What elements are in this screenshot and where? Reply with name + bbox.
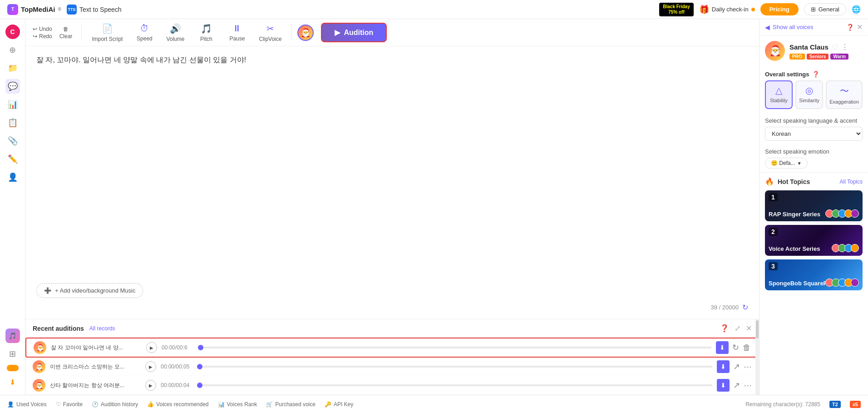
toolbar: ↩ Undo ↪ Redo 🗑 Clear 📄 Import Script ⏱ … [25, 19, 759, 46]
heart-icon[interactable]: ♡ [832, 43, 838, 52]
favorite-item[interactable]: ♡ Favorite [56, 401, 83, 408]
used-voices-item[interactable]: 👤 Used Voices [7, 401, 47, 408]
sidebar-item-paperclip[interactable]: 📎 [5, 134, 20, 148]
emotion-badge[interactable]: 🙂 Defa... ▼ [765, 158, 808, 169]
audition-row-actions: ⬇ ↗ ⋯ [717, 379, 752, 392]
more-options-icon[interactable]: ⋮ [841, 43, 848, 51]
expand-icon[interactable]: ⤢ [735, 324, 740, 333]
refresh-icon[interactable]: ↻ [742, 303, 748, 312]
share-action-icon[interactable]: ↗ [733, 362, 740, 372]
pricing-button[interactable]: Pricing [760, 3, 799, 15]
tts-app-icon[interactable]: TTS [67, 5, 77, 15]
api-key-item[interactable]: 🔑 API Key [325, 401, 353, 408]
daily-checkin[interactable]: 🎁 Daily check-in [699, 5, 755, 15]
scrollbar[interactable] [755, 319, 759, 395]
globe-icon[interactable]: 🌐 [852, 5, 861, 14]
scrollbar-thumb [756, 320, 759, 338]
progress-dot [197, 383, 202, 388]
refresh-action-icon[interactable]: ↻ [732, 343, 739, 353]
volume-tool[interactable]: 🔊 Volume [162, 21, 189, 44]
pitch-icon: 🎵 [201, 23, 212, 34]
exaggeration-card[interactable]: 〜 Exaggeration [826, 80, 863, 109]
similarity-card[interactable]: ◎ Similarity [795, 80, 823, 109]
progress-dot [198, 345, 203, 350]
all-records-button[interactable]: All records [89, 325, 115, 332]
sidebar-item-home[interactable]: ⊕ [5, 43, 20, 57]
clipvoice-icon: ✂ [266, 23, 274, 34]
topmediai-logo[interactable]: T [7, 4, 18, 15]
audition-progress-bar[interactable] [198, 347, 711, 348]
close-auditions-icon[interactable]: ✕ [746, 324, 752, 333]
import-script-tool[interactable]: 📄 Import Script [87, 21, 127, 44]
show-all-voices-link[interactable]: Show all voices [773, 24, 843, 30]
clear-button[interactable]: 🗑 Clear [56, 24, 76, 41]
topic-card-2[interactable]: 2 Voice Actor Series [765, 225, 863, 256]
voices-rank-item[interactable]: 📊 Voices Rank [218, 401, 257, 408]
gift-icon: 🎁 [699, 5, 709, 15]
more-action-icon[interactable]: ⋯ [744, 362, 752, 372]
sidebar-item-chart[interactable]: 📊 [5, 97, 20, 112]
audition-progress-bar[interactable] [197, 384, 712, 386]
audition-voice-icon: 🎅 [33, 360, 45, 373]
audition-progress-bar[interactable] [197, 366, 712, 368]
audition-row: 🎅 산타 할아버지는 항상 여러분... ▶ 00:00/00:04 ⬇ ↗ ⋯ [25, 376, 759, 395]
cart-icon: 🛒 [266, 401, 273, 408]
download-button[interactable]: ⬇ [717, 379, 730, 392]
voice-avatar-mini[interactable]: 🎅 [297, 25, 314, 41]
voice-name: Santa Claus [789, 43, 829, 51]
topic-card-3[interactable]: 3 SpongeBob SquarePants [765, 259, 863, 290]
thumbs-up-icon: 👍 [147, 401, 154, 408]
sidebar-coin[interactable] [7, 365, 19, 371]
close-panel-button[interactable]: ✕ [857, 23, 863, 31]
back-arrow-icon[interactable]: ◀ [765, 24, 770, 31]
audition-history-item[interactable]: 🕐 Audition history [92, 401, 138, 408]
sidebar-grid-icon[interactable]: ⊞ [5, 347, 20, 361]
sidebar-chevron-down-icon[interactable]: ⬇ [5, 375, 20, 389]
clipvoice-tool[interactable]: ✂ ClipVoice [254, 21, 286, 44]
speed-tool[interactable]: ⏱ Speed [131, 21, 158, 44]
pause-tool[interactable]: ⏸ Pause [223, 21, 251, 44]
audition-play-button[interactable]: ▶ [146, 342, 157, 353]
purchased-voice-item[interactable]: 🛒 Purchased voice [266, 401, 316, 408]
voice-tags: PRO Seniors Warm [789, 54, 848, 60]
text-content[interactable]: 잘 자, 꼬마야. 일어나면 네 양말 속에 내가 남긴 선물이 있을 거야! [36, 54, 748, 67]
stability-card[interactable]: △ Stability [765, 80, 793, 109]
sidebar-item-list[interactable]: 📋 [5, 115, 20, 130]
share-action-icon[interactable]: ↗ [733, 380, 740, 390]
pitch-tool[interactable]: 🎵 Pitch [192, 21, 220, 44]
language-select[interactable]: Korean [765, 127, 863, 141]
download-button[interactable]: ⬇ [717, 360, 730, 373]
all-topics-link[interactable]: All Topics [840, 179, 863, 185]
redo-button[interactable]: ↪ Redo [33, 33, 52, 40]
sidebar-item-pen[interactable]: ✏️ [5, 152, 20, 166]
download-button[interactable]: ⬇ [716, 341, 729, 354]
sidebar-item-folder[interactable]: 📁 [5, 61, 20, 75]
audition-button[interactable]: ▶ Audition [321, 23, 387, 42]
sidebar-item-person[interactable]: 👤 [5, 170, 20, 184]
audition-play-button[interactable]: ▶ [145, 380, 156, 391]
top-nav: T TopMediAi ® TTS Text to Speech Black F… [0, 0, 868, 19]
general-button[interactable]: ⊞ General [804, 3, 846, 15]
voices-recommended-item[interactable]: 👍 Voices recommended [147, 401, 208, 408]
speed-icon: ⏱ [140, 23, 149, 34]
help-icon[interactable]: ❓ [720, 324, 729, 333]
audition-voice-icon: 🎅 [33, 379, 45, 392]
topic-card-1[interactable]: 1 RAP Singer Series [765, 190, 863, 221]
delete-action-icon[interactable]: 🗑 [743, 343, 751, 353]
grid-icon: ⊞ [811, 6, 816, 13]
undo-button[interactable]: ↩ Undo [33, 26, 52, 32]
add-music-button[interactable]: ➕ + Add video/background Music [36, 283, 143, 298]
hot-topics-header: 🔥 Hot Topics All Topics [765, 177, 863, 186]
black-friday-badge[interactable]: Black Friday 75% off [659, 3, 693, 16]
more-action-icon[interactable]: ⋯ [744, 380, 752, 390]
audition-play-button[interactable]: ▶ [145, 361, 156, 372]
sidebar-bottom-icon[interactable]: 🎵 [5, 328, 20, 343]
sidebar-item-tts[interactable]: 💬 [5, 79, 20, 94]
heart-icon: ♡ [56, 401, 61, 408]
overall-settings-help-icon[interactable]: ❓ [812, 71, 819, 78]
import-script-icon: 📄 [102, 23, 113, 34]
help-icon[interactable]: ❓ [846, 24, 854, 31]
audition-text: 이번 크리스마스 소망하는 모... [50, 363, 141, 371]
voice-avatar[interactable]: 🎅 [765, 41, 785, 61]
user-avatar[interactable]: C [5, 25, 20, 39]
